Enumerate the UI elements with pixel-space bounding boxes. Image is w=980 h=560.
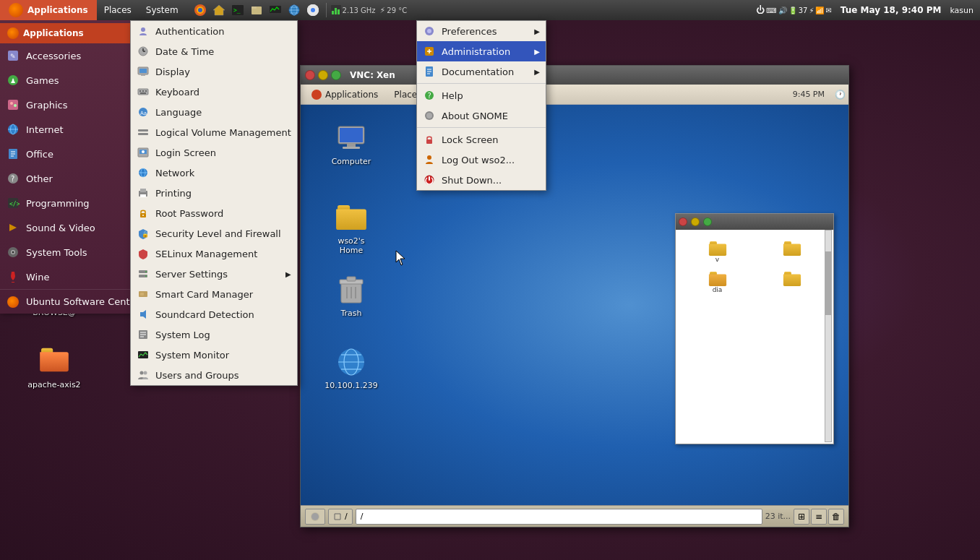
clock-display[interactable]: Tue May 18, 9:40 PM <box>837 0 945 20</box>
svg-text:</>: </> <box>9 201 20 207</box>
security-icon: 🔒 <box>137 227 150 240</box>
sidebar-item-label-office: Office <box>26 149 53 160</box>
vnc-grid-view-btn[interactable]: ⊞ <box>794 509 809 525</box>
vnc-delete-btn[interactable]: 🗑 <box>828 509 844 525</box>
admin-item-security[interactable]: 🔒 Security Level and Firewall <box>131 223 297 244</box>
menu-label-logout: Log Out wso2... <box>442 155 515 165</box>
fm-item-1[interactable]: v <box>682 236 753 263</box>
admin-item-lvm[interactable]: Logical Volume Management <box>131 122 297 142</box>
vnc-trash-icon[interactable]: Trash <box>322 271 380 321</box>
user-display[interactable]: kasun <box>946 0 977 20</box>
firefox-icon[interactable] <box>192 1 209 19</box>
admin-label-lvm: Logical Volume Management <box>155 127 291 138</box>
vnc-minimize-button[interactable] <box>318 70 328 80</box>
vnc-back-btn[interactable] <box>305 509 325 525</box>
svg-rect-86 <box>141 74 145 76</box>
power-icon[interactable]: ⏻ <box>756 5 765 15</box>
vnc-path-input[interactable]: / <box>356 509 762 525</box>
vnc-path-btn-label: / <box>345 512 348 521</box>
admin-item-keyboard[interactable]: Keyboard <box>131 82 297 102</box>
system-menu-button[interactable]: System <box>139 0 186 20</box>
panel-separator <box>326 3 327 17</box>
fm-item-3[interactable]: dia <box>682 266 753 293</box>
vnc-home-icon[interactable]: wso2's Home <box>322 199 380 258</box>
time-text: 9:40 PM <box>902 5 942 15</box>
vnc-applications-btn[interactable]: Applications <box>304 87 385 103</box>
fm-item-4[interactable] <box>756 266 828 293</box>
fm-scrollbar[interactable] <box>825 230 832 442</box>
admin-label-selinux: SELinux Management <box>155 249 257 259</box>
fm-item-2[interactable] <box>756 236 828 263</box>
menu-item-documentation[interactable]: Documentation ▶ <box>417 61 546 82</box>
volume-icon[interactable]: 🔊 <box>778 7 787 14</box>
menu-item-about-gnome[interactable]: About GNOME <box>417 105 546 126</box>
keyboard-indicator[interactable]: ⌨ <box>766 7 776 14</box>
applications-menu-button[interactable]: Applications <box>0 0 97 20</box>
network-icon[interactable] <box>285 1 303 19</box>
admin-item-network[interactable]: Network <box>131 163 297 183</box>
svg-text:?: ? <box>428 92 431 100</box>
sidebar-logo <box>7 27 19 39</box>
admin-item-login-screen[interactable]: Login Screen <box>131 142 297 163</box>
places-menu-button[interactable]: Places <box>97 0 139 20</box>
server-arrow: ▶ <box>285 270 291 278</box>
sound-video-icon <box>6 220 20 235</box>
vnc-path-btn[interactable]: / <box>328 509 353 525</box>
svg-rect-89 <box>142 90 144 92</box>
menu-item-administration[interactable]: Administration ▶ <box>417 41 546 61</box>
menu-item-shutdown[interactable]: Shut Down... <box>417 170 546 190</box>
fm-min-btn[interactable] <box>691 217 700 226</box>
admin-item-selinux[interactable]: SELinux Management <box>131 244 297 264</box>
admin-item-sysmonitor[interactable]: System Monitor <box>131 345 297 365</box>
files-icon[interactable] <box>248 1 265 19</box>
admin-item-server-settings[interactable]: Server Settings ▶ <box>131 264 297 284</box>
mail-icon[interactable]: ✉ <box>825 7 831 14</box>
vnc-computer-label: Computer <box>332 157 371 166</box>
admin-item-soundcard[interactable]: Soundcard Detection <box>131 304 297 324</box>
admin-item-printing[interactable]: Printing <box>131 183 297 203</box>
admin-label-sysmonitor: System Monitor <box>155 350 229 361</box>
desktop-icon-apache[interactable]: apache-axis2 <box>22 340 87 392</box>
menu-item-logout[interactable]: Log Out wso2... <box>417 150 546 170</box>
svg-point-120 <box>140 371 144 375</box>
bluetooth-icon[interactable]: ⚡ <box>809 7 814 14</box>
vnc-network-label: 10.100.1.239 <box>324 381 377 390</box>
vnc-close-button[interactable] <box>305 70 315 80</box>
admin-item-root-password[interactable]: Root Password <box>131 203 297 223</box>
vnc-list-view-btn[interactable]: ≡ <box>811 509 827 525</box>
vnc-maximize-button[interactable] <box>331 70 341 80</box>
admin-item-smartcard[interactable]: Smart Card Manager <box>131 284 297 304</box>
vnc-network-icon[interactable]: 10.100.1.239 <box>322 343 380 393</box>
admin-item-users-groups[interactable]: Users and Groups <box>131 365 297 385</box>
admin-item-datetime[interactable]: Date & Time <box>131 41 297 61</box>
network-status-icon[interactable]: 📶 <box>815 7 824 14</box>
menu-item-help[interactable]: ? Help <box>417 85 546 105</box>
admin-item-display[interactable]: Display <box>131 61 297 82</box>
fm-close-btn[interactable] <box>679 217 687 226</box>
svg-point-111 <box>145 275 147 277</box>
sidebar-item-label-internet: Internet <box>26 124 64 135</box>
chrome-icon[interactable] <box>304 1 322 19</box>
sidebar-item-label-accessories: Accessories <box>26 51 81 61</box>
terminal-icon[interactable]: >_ <box>229 1 246 19</box>
home-folder-icon[interactable] <box>210 1 228 19</box>
svg-point-75 <box>426 113 432 119</box>
menu-item-preferences[interactable]: Preferences ▶ <box>417 21 546 41</box>
vnc-desktop: Computer wso2's Home <box>301 105 848 505</box>
fm-max-btn[interactable] <box>703 217 712 226</box>
svg-text:✎: ✎ <box>10 53 16 60</box>
vnc-computer-icon[interactable]: Computer <box>322 119 380 169</box>
admin-item-authentication[interactable]: Authentication <box>131 21 297 41</box>
admin-item-language[interactable]: Aa Language <box>131 102 297 122</box>
vnc-clock-icon[interactable]: 🕐 <box>835 90 846 100</box>
menu-item-lock-screen[interactable]: Lock Screen <box>417 129 546 150</box>
svg-point-80 <box>141 27 145 32</box>
vnc-path-text: / <box>361 512 364 521</box>
fm-scrollbar-thumb[interactable] <box>825 251 831 315</box>
admin-label-soundcard: Soundcard Detection <box>155 309 254 320</box>
system-monitor-panel-icon[interactable] <box>267 1 284 19</box>
filemanager-content: v dia <box>676 230 833 444</box>
svg-point-43 <box>311 90 322 100</box>
admin-item-syslog[interactable]: System Log <box>131 324 297 345</box>
ubuntu-logo <box>9 3 23 17</box>
